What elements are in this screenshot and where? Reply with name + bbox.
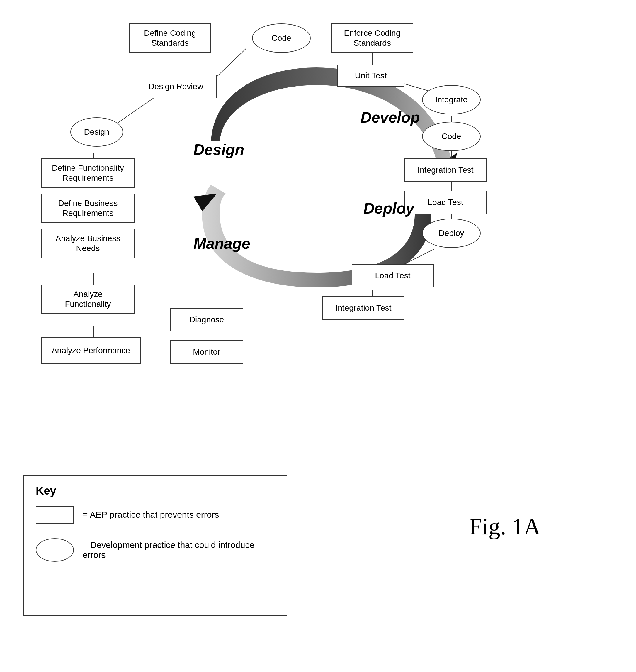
- box-load-test-2: Load Test: [352, 264, 434, 287]
- box-diagnose: Diagnose: [170, 308, 243, 331]
- box-monitor: Monitor: [170, 340, 243, 364]
- box-define-coding-standards: Define Coding Standards: [129, 23, 211, 53]
- key-rect-symbol: [36, 506, 74, 523]
- box-design-review: Design Review: [135, 75, 217, 98]
- oval-code-right: Code: [422, 122, 481, 151]
- box-analyze-functionality: Analyze Functionality: [41, 285, 135, 314]
- svg-marker-1: [194, 194, 217, 211]
- oval-code-top: Code: [252, 23, 311, 53]
- box-integration-test-1: Integration Test: [404, 158, 486, 182]
- oval-design: Design: [70, 117, 123, 147]
- key-item-rect: = AEP practice that prevents errors: [36, 506, 275, 523]
- box-analyze-performance: Analyze Performance: [41, 337, 141, 364]
- oval-deploy: Deploy: [422, 218, 481, 248]
- label-develop-arrow: Develop: [360, 109, 420, 126]
- label-deploy-arrow: Deploy: [363, 199, 414, 217]
- page-container: Code Define Coding Standards Enforce Cod…: [0, 0, 636, 672]
- key-oval-symbol: [36, 538, 74, 562]
- box-integration-test-2: Integration Test: [322, 296, 404, 320]
- box-enforce-coding-standards: Enforce Coding Standards: [331, 23, 413, 53]
- label-design-arrow: Design: [194, 141, 244, 158]
- label-manage-arrow: Manage: [194, 235, 250, 252]
- key-title: Key: [36, 484, 275, 497]
- key-oval-label: = Development practice that could introd…: [83, 540, 275, 560]
- box-define-business: Define Business Requirements: [41, 194, 135, 223]
- box-unit-test: Unit Test: [337, 64, 404, 87]
- svg-line-20: [117, 97, 155, 123]
- box-load-test-1: Load Test: [404, 191, 486, 214]
- key-item-oval: = Development practice that could introd…: [36, 538, 275, 562]
- key-box: Key = AEP practice that prevents errors …: [23, 475, 287, 616]
- oval-integrate: Integrate: [422, 85, 481, 114]
- figure-label: Fig. 1A: [469, 513, 541, 540]
- box-define-functionality: Define Functionality Requirements: [41, 158, 135, 188]
- key-rect-label: = AEP practice that prevents errors: [83, 510, 219, 520]
- box-analyze-business: Analyze Business Needs: [41, 229, 135, 258]
